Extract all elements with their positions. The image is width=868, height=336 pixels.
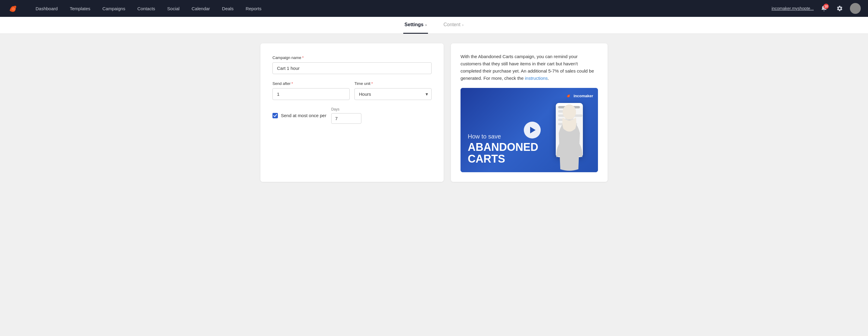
logo[interactable] [7,2,20,15]
tabs-bar: Settings › Content › [0,17,868,34]
days-input[interactable] [331,113,361,124]
person-silhouette [553,103,586,172]
content-chevron: › [462,23,464,27]
time-unit-label: Time unit* [354,81,432,86]
video-main-title: ABANDONEDCARTS [468,141,538,165]
required-star: * [302,56,304,60]
tab-content[interactable]: Content › [442,17,465,34]
campaign-name-input[interactable] [273,62,432,74]
send-after-row: Send after* Time unit* Minutes Hours Day… [273,81,432,100]
time-unit-select[interactable]: Minutes Hours Days [354,88,432,100]
time-unit-select-wrapper: Minutes Hours Days ▾ [354,88,432,100]
campaign-name-label: Campaign name* [273,56,432,60]
nav-reports[interactable]: Reports [240,0,268,17]
send-after-label: Send after* [273,81,350,86]
nav-templates[interactable]: Templates [64,0,96,17]
tab-settings[interactable]: Settings › [403,17,428,34]
notification-count: 10 [824,4,829,9]
notifications-button[interactable]: 10 [818,3,830,14]
navbar: Dashboard Templates Campaigns Contacts S… [0,0,868,17]
play-triangle-icon [530,127,535,133]
days-group: Days [331,107,361,124]
send-once-checkbox[interactable] [273,113,278,118]
required-star-3: * [371,81,373,86]
nav-social[interactable]: Social [161,0,186,17]
settings-chevron: › [425,23,427,27]
store-link[interactable]: incomaker.myshopte... [772,6,814,11]
instructions-link[interactable]: instructions [525,75,548,81]
info-card: With the Abandoned Carts campaign, you c… [451,43,608,182]
svg-point-5 [563,104,576,120]
time-unit-group: Time unit* Minutes Hours Days ▾ [354,81,432,100]
nav-deals[interactable]: Deals [216,0,240,17]
required-star-2: * [291,81,293,86]
info-description: With the Abandoned Carts campaign, you c… [461,53,598,82]
nav-calendar[interactable]: Calendar [186,0,216,17]
nav-contacts[interactable]: Contacts [131,0,161,17]
campaign-name-group: Campaign name* [273,56,432,74]
play-button[interactable] [524,122,541,138]
user-avatar[interactable] [850,3,861,14]
phone-mock [535,94,589,172]
settings-card: Campaign name* Send after* Time unit* Mi… [260,43,444,182]
nav-links: Dashboard Templates Campaigns Contacts S… [30,0,772,17]
nav-campaigns[interactable]: Campaigns [96,0,131,17]
send-after-group: Send after* [273,81,350,100]
video-thumbnail[interactable]: incomaker How to save ABANDONEDCARTS [461,88,598,172]
settings-icon-button[interactable] [834,3,845,14]
main-content: Campaign name* Send after* Time unit* Mi… [253,34,615,192]
svg-point-2 [854,6,856,8]
send-once-row: Send at most once per Days [273,107,432,124]
nav-dashboard[interactable]: Dashboard [30,0,64,17]
send-once-checkbox-label[interactable]: Send at most once per [273,113,327,118]
send-after-input[interactable] [273,88,350,100]
video-text-overlay: How to save ABANDONEDCARTS [468,133,538,165]
days-label: Days [331,107,339,111]
nav-right: incomaker.myshopte... 10 [772,3,861,14]
svg-point-1 [14,6,16,8]
